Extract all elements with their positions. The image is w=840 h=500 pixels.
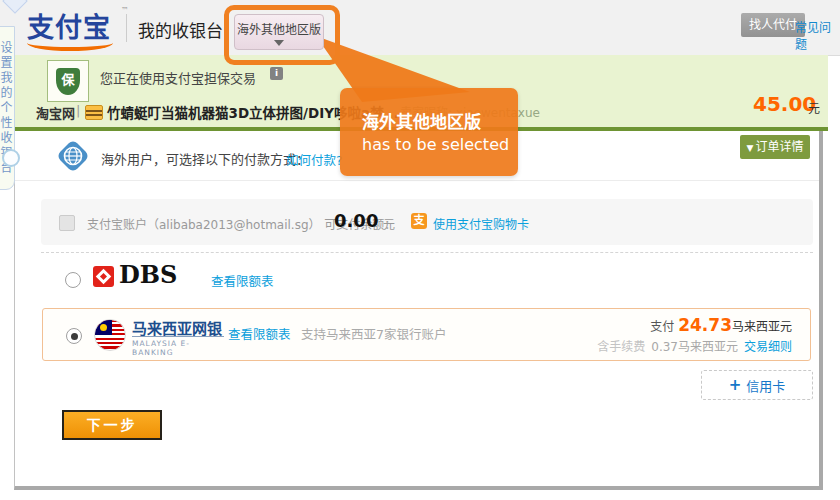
chevron-down-icon: ▼ bbox=[747, 143, 754, 153]
malaysia-pay-line: 支付24.73马来西亚元 bbox=[650, 315, 792, 335]
credit-card-label: 信用卡 bbox=[746, 376, 785, 395]
faq-link[interactable]: 常见问题 bbox=[795, 18, 840, 52]
fee-amount: 0.37马来西亚元 bbox=[651, 340, 738, 354]
alipay-card-icon: 支 bbox=[411, 213, 427, 229]
product-icon bbox=[85, 105, 103, 120]
pay-currency: 马来西亚元 bbox=[732, 320, 792, 334]
malaysia-fee-line: 含手续费0.37马来西亚元交易细则 bbox=[597, 337, 792, 354]
info-icon[interactable]: i bbox=[270, 67, 283, 80]
alipay-logo-swoosh bbox=[27, 35, 113, 51]
overseas-intro-text: 海外用户，可选择以下的付款方式： bbox=[101, 149, 309, 168]
page-title: 我的收银台 bbox=[138, 17, 223, 42]
side-circle-widget[interactable] bbox=[2, 149, 20, 167]
header-divider bbox=[126, 14, 127, 42]
store-name: 淘宝网 bbox=[36, 103, 75, 122]
malaysia-limit-link[interactable]: 查看限额表 bbox=[228, 324, 291, 343]
dashed-separator bbox=[41, 252, 813, 253]
globe-icon bbox=[55, 138, 91, 174]
chevron-down-icon bbox=[274, 40, 284, 46]
dbs-logo-icon bbox=[93, 266, 114, 287]
pay-amount: 24.73 bbox=[678, 315, 732, 335]
order-summary-bar: 保 您正在使用支付宝担保交易 i 淘宝网 | 竹蜻蜓叮当猫机器猫3D立体拼图/D… bbox=[0, 55, 828, 131]
malaysia-brand-sub: MALAYSIA E-BANKING bbox=[132, 336, 224, 357]
malaysia-brand[interactable]: 马来西亚网银 bbox=[132, 317, 222, 338]
order-details-button[interactable]: ▼订单详情 bbox=[740, 135, 810, 159]
dbs-brand[interactable]: DBS bbox=[119, 260, 177, 289]
product-title: 竹蜻蜓叮当猫机器猫3D立体拼图/DIY哆啦a梦 ... bbox=[107, 102, 404, 122]
plus-icon: + bbox=[729, 376, 742, 394]
next-step-button[interactable]: 下一步 bbox=[62, 410, 162, 440]
payment-panel-header: 海外用户，可选择以下的付款方式： 如何付款? ▼订单详情 bbox=[15, 131, 819, 181]
gift-card-link[interactable]: 使用支付宝购物卡 bbox=[433, 215, 529, 232]
malaysia-support-note: 支持马来西亚7家银行账户 bbox=[301, 324, 446, 343]
dbs-limit-link[interactable]: 查看限额表 bbox=[211, 271, 274, 290]
seller-nickname: 卖家昵称: xiaowentaxue bbox=[400, 103, 540, 120]
order-details-label: 订单详情 bbox=[755, 140, 803, 154]
alipay-logo[interactable]: 支付宝 ™ bbox=[27, 6, 123, 50]
payment-panel: 海外用户，可选择以下的付款方式： 如何付款? ▼订单详情 支付宝账户（aliba… bbox=[14, 131, 823, 490]
add-credit-card-button[interactable]: + 信用卡 bbox=[701, 370, 813, 400]
alipay-balance-row: 支付宝账户（alibaba2013@hotmail.sg） 可支付余额： 0.0… bbox=[41, 199, 813, 245]
transaction-detail-link[interactable]: 交易细则 bbox=[744, 340, 792, 354]
order-currency: 元 bbox=[808, 99, 820, 116]
region-version-label: 海外其他地区版 bbox=[235, 20, 323, 37]
region-version-dropdown[interactable]: 海外其他地区版 bbox=[234, 14, 324, 50]
trademark-symbol: ™ bbox=[121, 6, 129, 15]
balance-amount: 0.00 bbox=[334, 210, 378, 231]
guarantee-notice: 您正在使用支付宝担保交易 bbox=[100, 68, 256, 87]
malaysia-ebanking-row[interactable]: 马来西亚网银 MALAYSIA E-BANKING 查看限额表 支持马来西亚7家… bbox=[42, 308, 811, 361]
header: 支付宝 ™ 我的收银台 海外其他地区版 找人代付 常见问题 bbox=[0, 0, 840, 56]
malaysia-radio[interactable] bbox=[66, 328, 82, 344]
store-separator: | bbox=[76, 103, 80, 118]
balance-checkbox[interactable] bbox=[59, 215, 75, 231]
balance-currency: 元 bbox=[383, 215, 395, 232]
malaysia-flag-icon bbox=[94, 319, 126, 351]
pay-label: 支付 bbox=[650, 320, 674, 334]
order-amount: 45.00 bbox=[753, 92, 816, 116]
dbs-radio[interactable] bbox=[65, 272, 81, 288]
guarantee-shield-icon: 保 bbox=[47, 60, 89, 102]
alipay-checkout-page: 支付宝 ™ 我的收银台 海外其他地区版 找人代付 常见问题 设置我的个性收银台 … bbox=[0, 0, 840, 500]
fee-label: 含手续费 bbox=[597, 340, 645, 354]
how-to-pay-link[interactable]: 如何付款? bbox=[286, 150, 343, 169]
